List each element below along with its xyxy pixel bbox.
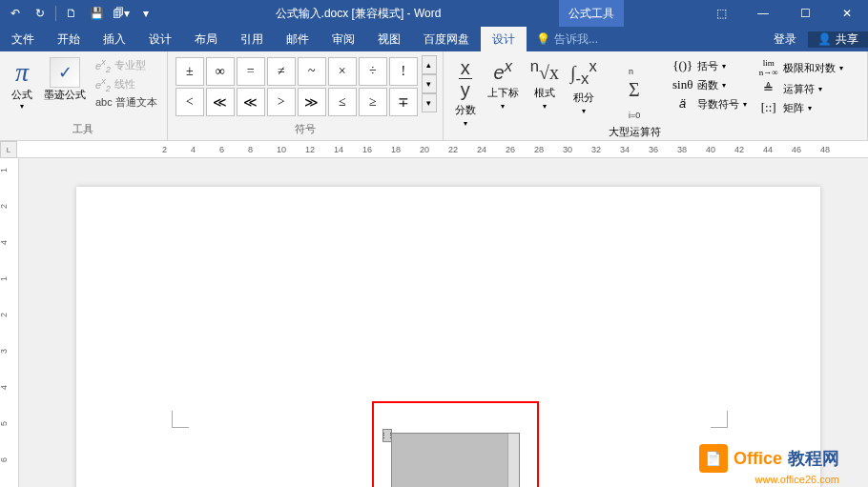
symbol-scroll-down[interactable]: ▾ (422, 74, 437, 93)
tab-view[interactable]: 视图 (366, 27, 412, 51)
large-operator-button[interactable]: nΣi=0 大型运算符 (603, 55, 667, 152)
bracket-icon: {()} (672, 58, 693, 73)
watermark-brand1: Office (734, 449, 782, 469)
tab-review[interactable]: 审阅 (320, 27, 366, 51)
ruler-mark: 36 (649, 145, 658, 154)
pi-icon: π (15, 57, 29, 88)
symbol-divide[interactable]: ÷ (359, 57, 387, 86)
maximize-button[interactable]: ☐ (784, 0, 826, 27)
ruler-mark: 44 (763, 145, 773, 154)
symbol-equals[interactable]: = (237, 57, 265, 86)
symbol-ge[interactable]: ≥ (359, 88, 387, 116)
ruler-mark: 2 (162, 145, 167, 154)
undo-button[interactable]: ↶ (4, 2, 27, 25)
ruler-mark: 20 (420, 145, 429, 154)
tab-equation-design[interactable]: 设计 (481, 27, 527, 51)
equation-handle[interactable]: ⋮⋮ (382, 429, 392, 442)
accent-button[interactable]: ä 导数符号 (669, 95, 751, 112)
symbol-lt[interactable]: < (176, 88, 204, 116)
symbol-notequal[interactable]: ≠ (267, 57, 296, 86)
script-icon: ex (494, 57, 512, 84)
integral-icon: ∫-xx (570, 57, 597, 89)
professional-format-button[interactable]: ex2 专业型 (95, 57, 157, 74)
minimize-button[interactable]: — (742, 0, 784, 27)
matrix-button[interactable]: [::] 矩阵 (754, 99, 847, 116)
operator-button[interactable]: ≜ 运算符 (754, 80, 847, 97)
symbol-mp[interactable]: ∓ (389, 88, 418, 116)
title-bar: ↶ ↻ 🗋 💾 🗐▾ ▾ 公式输入.docx [兼容模式] - Word 公式工… (0, 0, 868, 27)
tab-references[interactable]: 引用 (229, 27, 275, 51)
fraction-button[interactable]: xy 分数 (449, 55, 482, 130)
function-button[interactable]: sinθ 函数 (669, 76, 751, 93)
ruler-mark: 12 (305, 145, 315, 154)
ruler-corner[interactable]: L (0, 141, 17, 158)
sigma-icon: nΣi=0 (629, 57, 640, 123)
radical-button[interactable]: n√x 根式 (525, 55, 565, 112)
equation-button[interactable]: π 公式 ▾ (6, 55, 38, 112)
limit-button[interactable]: limn→∞ 极限和对数 (754, 57, 847, 78)
close-button[interactable]: ✕ (826, 0, 868, 27)
tab-layout[interactable]: 布局 (183, 27, 229, 51)
symbol-more[interactable]: ▾ (422, 93, 437, 112)
ribbon-tabs: 文件 开始 插入 设计 布局 引用 邮件 审阅 视图 百度网盘 设计 💡 告诉我… (0, 27, 868, 51)
ruler-mark: 26 (506, 145, 515, 154)
save-button[interactable]: 💾 (85, 2, 108, 25)
symbol-gt[interactable]: > (267, 88, 296, 116)
share-icon: 👤 (817, 32, 832, 46)
symbol-times[interactable]: × (328, 57, 357, 86)
share-button[interactable]: 👤 共享 (808, 31, 868, 48)
login-button[interactable]: 登录 (762, 31, 808, 48)
symbol-infinity[interactable]: ∞ (206, 57, 235, 86)
symbol-muchlt[interactable]: ≪ (206, 88, 235, 116)
ruler-mark: 34 (620, 145, 630, 154)
symbol-muchgt[interactable]: ≫ (298, 88, 326, 116)
tell-me-search[interactable]: 💡 告诉我... (527, 27, 608, 51)
redo-button[interactable]: ↻ (29, 2, 52, 25)
integral-button[interactable]: ∫-xx 积分 (565, 55, 603, 117)
bracket-button[interactable]: {()} 括号 (669, 57, 751, 74)
new-button[interactable]: 🗋 (60, 2, 83, 25)
tab-mail[interactable]: 邮件 (275, 27, 320, 51)
document-scroll[interactable]: ⋮⋮ ▼ 在此处键入公式。 (19, 158, 868, 487)
tab-baidu[interactable]: 百度网盘 (412, 27, 481, 51)
ruler-mark: 8 (248, 145, 253, 154)
vertical-ruler[interactable]: 1241234567 (0, 158, 19, 487)
ruler-mark: 28 (534, 145, 544, 154)
ruler-mark: 18 (391, 145, 401, 154)
script-button[interactable]: ex 上下标 (482, 55, 525, 112)
symbol-factorial[interactable]: ! (389, 57, 418, 86)
plain-text-button[interactable]: abc 普通文本 (95, 95, 157, 110)
equation-scrollbar[interactable]: ▼ (507, 434, 519, 487)
ruler-mark: 6 (219, 145, 224, 154)
operator-icon: ≜ (758, 81, 779, 96)
horizontal-ruler[interactable]: L 24681012141618202224262830323436384042… (0, 141, 868, 158)
qat-customize-button[interactable]: ▾ (134, 2, 157, 25)
document-area: 1241234567 ⋮⋮ ▼ 在此处键入公式。 (0, 158, 868, 487)
group-label-symbols: 符号 (174, 120, 437, 138)
tab-insert[interactable]: 插入 (92, 27, 137, 51)
radical-icon: n√x (530, 57, 559, 84)
ruler-mark: 32 (591, 145, 601, 154)
group-structures: xy 分数 ex 上下标 n√x 根式 ∫-xx 积分 nΣi=0 大型运算符 (444, 51, 868, 140)
ink-equation-button[interactable]: ✓ 墨迹公式 (38, 55, 92, 104)
equation-editor[interactable]: ⋮⋮ ▼ 在此处键入公式。 (391, 433, 520, 487)
symbol-muchlt2[interactable]: ≪ (237, 88, 265, 116)
linear-format-button[interactable]: ex2 线性 (95, 76, 157, 93)
symbol-plusminus[interactable]: ± (176, 57, 204, 86)
ruler-mark: 14 (334, 145, 343, 154)
margin-marker-right (711, 411, 728, 428)
watermark-brand2: 教程网 (788, 447, 839, 470)
tab-design-page[interactable]: 设计 (137, 27, 183, 51)
save-as-button[interactable]: 🗐▾ (110, 2, 133, 25)
ribbon-options-button[interactable]: ⬚ (700, 0, 742, 27)
tab-file[interactable]: 文件 (0, 27, 46, 51)
group-tools: π 公式 ▾ ✓ 墨迹公式 ex2 专业型 ex2 线性 abc 普通文本 (0, 51, 168, 140)
ruler-mark: 30 (563, 145, 572, 154)
symbol-scroll-up[interactable]: ▴ (422, 55, 437, 74)
symbol-tilde[interactable]: ~ (298, 57, 326, 86)
ruler-mark: 16 (362, 145, 372, 154)
fraction-icon: xy (459, 57, 472, 101)
symbol-le[interactable]: ≤ (328, 88, 357, 116)
tab-home[interactable]: 开始 (46, 27, 92, 51)
document-title: 公式输入.docx [兼容模式] - Word (157, 6, 559, 22)
